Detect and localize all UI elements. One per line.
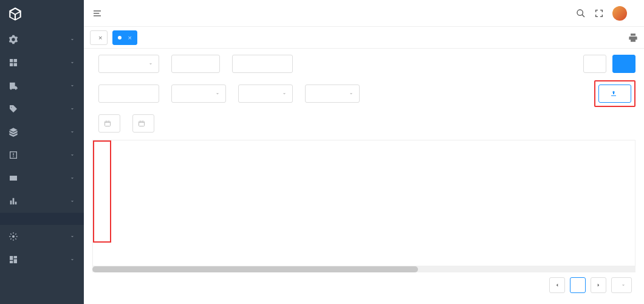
close-icon[interactable]: ×: [128, 34, 131, 41]
store-input[interactable]: [98, 85, 159, 103]
sidebar-item-marketing[interactable]: [0, 97, 84, 120]
outpos-input[interactable]: [232, 55, 293, 73]
upload-icon: [610, 90, 617, 97]
main: × ×: [84, 0, 644, 304]
sidebar-item-basic[interactable]: [0, 225, 84, 248]
grid-icon: [9, 58, 18, 67]
dot-icon: [118, 36, 122, 40]
calendar-icon: [104, 120, 111, 127]
chevron-down-icon: [620, 282, 626, 288]
export-button[interactable]: [598, 85, 631, 103]
chevron-down-icon: [214, 91, 221, 97]
chevron-down-icon: [348, 91, 354, 97]
chart-icon: [9, 196, 18, 206]
sidebar-item-finance[interactable]: [0, 167, 84, 190]
chevron-down-icon: [69, 36, 75, 43]
dealer-select[interactable]: [98, 55, 159, 73]
avatar[interactable]: [612, 6, 627, 21]
date-from-input[interactable]: [98, 114, 120, 133]
sidebar-item-system[interactable]: [0, 28, 84, 51]
calendar-icon: [138, 120, 145, 127]
sidebar-item-data[interactable]: [0, 120, 84, 143]
date-to-input[interactable]: [132, 114, 154, 133]
product-input[interactable]: [171, 55, 220, 73]
chevron-down-icon: [69, 129, 75, 135]
horizontal-scrollbar[interactable]: [92, 266, 635, 272]
svg-point-1: [577, 10, 583, 15]
svg-rect-2: [105, 122, 111, 126]
menu-toggle-icon[interactable]: [92, 9, 102, 18]
tab-report-home[interactable]: ×: [90, 30, 108, 45]
chevron-down-icon: [69, 198, 75, 204]
pager-next[interactable]: [591, 277, 606, 293]
sidebar-menu: [0, 28, 84, 292]
tab-bar: × ×: [84, 27, 644, 49]
brand: [0, 0, 84, 28]
chevron-down-icon: [69, 60, 75, 66]
pager-page-1[interactable]: [570, 277, 586, 293]
search-button[interactable]: [612, 55, 635, 73]
tag-icon: [9, 104, 18, 114]
pagination: [92, 272, 635, 298]
chevron-down-icon: [148, 61, 154, 67]
wallet-icon: [9, 173, 18, 183]
warehouse-select[interactable]: [305, 85, 360, 103]
logo-icon: [7, 6, 23, 22]
chevron-down-icon: [281, 91, 287, 97]
dashboard-icon: [9, 255, 18, 264]
cog-icon: [9, 232, 18, 241]
svg-point-0: [12, 235, 15, 238]
content: [84, 49, 644, 304]
chevron-down-icon: [69, 106, 75, 112]
checkbox-column-highlight: [93, 140, 111, 243]
version-label: [0, 292, 84, 304]
table-container: [92, 140, 635, 266]
delivery-select[interactable]: [238, 85, 293, 103]
sidebar-item-report[interactable]: [0, 190, 84, 213]
chevron-down-icon: [69, 83, 75, 89]
order-type-select[interactable]: [171, 85, 226, 103]
sidebar: [0, 0, 84, 304]
reset-button[interactable]: [583, 55, 606, 73]
sidebar-item-dashboard[interactable]: [0, 248, 84, 271]
topbar: [84, 0, 644, 27]
chevron-down-icon: [69, 175, 75, 181]
sidebar-subitem-report-home[interactable]: [0, 213, 84, 225]
svg-rect-3: [139, 122, 145, 126]
chevron-down-icon: [69, 233, 75, 240]
close-icon[interactable]: ×: [98, 34, 102, 41]
layers-icon: [9, 127, 18, 137]
sidebar-item-warehouse[interactable]: [0, 51, 84, 74]
gear-icon: [9, 35, 18, 44]
chevron-down-icon: [69, 257, 75, 263]
chevron-down-icon: [69, 152, 75, 158]
printer-icon[interactable]: [628, 33, 638, 43]
fullscreen-icon[interactable]: [594, 9, 604, 18]
sidebar-item-exception[interactable]: [0, 143, 84, 167]
alert-icon: [9, 150, 18, 160]
tab-outbound-report[interactable]: ×: [112, 30, 137, 45]
export-highlight: [594, 80, 635, 107]
truck-icon: [9, 81, 18, 91]
chevron-left-icon: [554, 282, 560, 288]
pager-prev[interactable]: [549, 277, 565, 293]
pager-size-select[interactable]: [611, 277, 632, 293]
chevron-right-icon: [595, 282, 601, 288]
search-icon[interactable]: [576, 9, 586, 18]
sidebar-item-delivery[interactable]: [0, 74, 84, 97]
